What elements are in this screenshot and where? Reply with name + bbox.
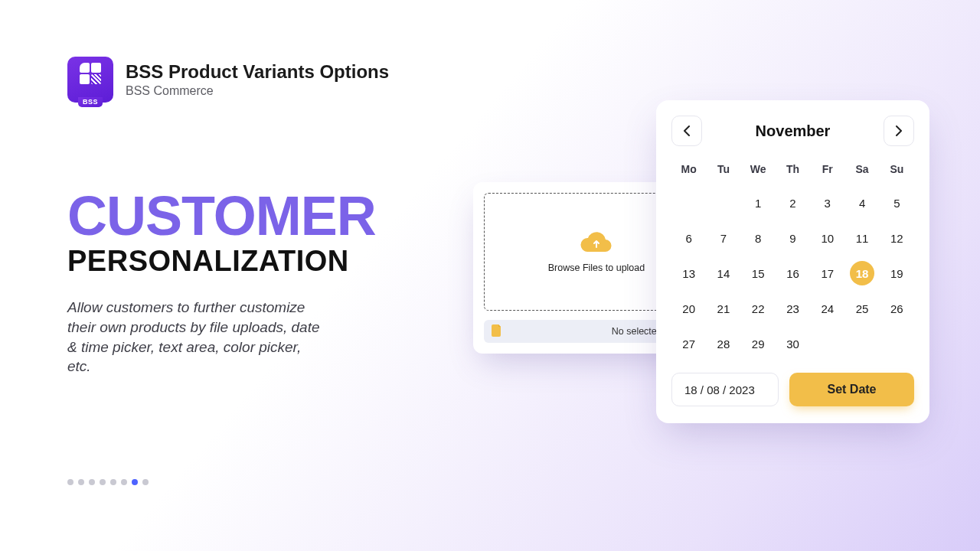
calendar-dow: Su xyxy=(880,163,914,180)
date-input-value: 18 / 08 / 2023 xyxy=(684,383,755,396)
carousel-dots xyxy=(67,479,149,485)
dropzone-label: Browse Files to upload xyxy=(548,262,645,273)
calendar-dow: Mo xyxy=(671,163,706,180)
calendar-dow: Th xyxy=(776,163,810,180)
calendar-day-4[interactable]: 4 xyxy=(844,191,879,215)
calendar-dow: Fr xyxy=(810,163,844,180)
date-input[interactable]: 18 / 08 / 2023 xyxy=(671,373,779,406)
calendar-day-19[interactable]: 19 xyxy=(880,261,914,285)
calendar-day-20[interactable]: 20 xyxy=(671,296,706,321)
calendar-dow: Tu xyxy=(706,163,740,180)
calendar-day-29[interactable]: 29 xyxy=(741,331,776,356)
calendar-day-11[interactable]: 11 xyxy=(844,226,879,250)
calendar-dow: We xyxy=(741,163,776,180)
calendar-grid: MoTuWeThFrSaSu12345678910111213141516171… xyxy=(671,163,914,356)
carousel-dot-7[interactable] xyxy=(142,479,149,485)
calendar-day-7[interactable]: 7 xyxy=(706,226,740,250)
calendar-prev-button[interactable] xyxy=(671,116,702,146)
calendar-day-12[interactable]: 12 xyxy=(880,226,914,250)
calendar-day-24[interactable]: 24 xyxy=(810,296,844,321)
calendar-day-1[interactable]: 1 xyxy=(741,191,776,215)
calendar-day-27[interactable]: 27 xyxy=(671,331,706,356)
calendar-day-23[interactable]: 23 xyxy=(776,296,810,321)
carousel-dot-6[interactable] xyxy=(132,479,138,485)
calendar-next-button[interactable] xyxy=(884,116,914,146)
carousel-dot-5[interactable] xyxy=(121,479,127,485)
calendar-day-3[interactable]: 3 xyxy=(810,191,844,215)
chevron-left-icon xyxy=(683,126,691,136)
carousel-dot-0[interactable] xyxy=(67,479,74,485)
app-logo-glyph xyxy=(80,63,101,84)
calendar-day-10[interactable]: 10 xyxy=(810,226,844,250)
carousel-dot-1[interactable] xyxy=(78,479,84,485)
hero-description: Allow customers to further customize the… xyxy=(67,298,320,377)
app-title: BSS Product Variants Options xyxy=(126,61,389,83)
calendar-dow: Sa xyxy=(844,163,879,180)
calendar-day-18[interactable]: 18 xyxy=(850,261,874,285)
cloud-upload-icon xyxy=(580,230,612,256)
calendar-day-6[interactable]: 6 xyxy=(671,226,706,250)
calendar-day-5[interactable]: 5 xyxy=(880,191,914,215)
calendar-card: November MoTuWeThFrSaSu12345678910111213… xyxy=(656,100,929,423)
calendar-day-2[interactable]: 2 xyxy=(776,191,810,215)
hero-title-1: CUSTOMER xyxy=(67,190,427,242)
calendar-day-15[interactable]: 15 xyxy=(741,261,776,285)
calendar-day-22[interactable]: 22 xyxy=(741,296,776,321)
app-logo-text: BSS xyxy=(78,97,103,107)
calendar-day-21[interactable]: 21 xyxy=(706,296,740,321)
calendar-day-30[interactable]: 30 xyxy=(776,331,810,356)
app-subtitle: BSS Commerce xyxy=(126,84,389,98)
app-logo: BSS xyxy=(67,57,113,103)
calendar-day-16[interactable]: 16 xyxy=(776,261,810,285)
calendar-day-28[interactable]: 28 xyxy=(706,331,740,356)
calendar-day-17[interactable]: 17 xyxy=(810,261,844,285)
file-icon xyxy=(492,324,502,339)
calendar-day-9[interactable]: 9 xyxy=(776,226,810,250)
calendar-day-8[interactable]: 8 xyxy=(741,226,776,250)
chevron-right-icon xyxy=(895,126,903,136)
hero-title-2: PERSONALIZATION xyxy=(67,245,427,278)
calendar-day-13[interactable]: 13 xyxy=(671,261,706,285)
set-date-button[interactable]: Set Date xyxy=(789,373,914,406)
carousel-dot-2[interactable] xyxy=(89,479,95,485)
calendar-day-14[interactable]: 14 xyxy=(706,261,740,285)
calendar-day-25[interactable]: 25 xyxy=(844,296,879,321)
carousel-dot-4[interactable] xyxy=(110,479,116,485)
carousel-dot-3[interactable] xyxy=(100,479,106,485)
calendar-month-label: November xyxy=(756,122,831,140)
calendar-day-26[interactable]: 26 xyxy=(880,296,914,321)
